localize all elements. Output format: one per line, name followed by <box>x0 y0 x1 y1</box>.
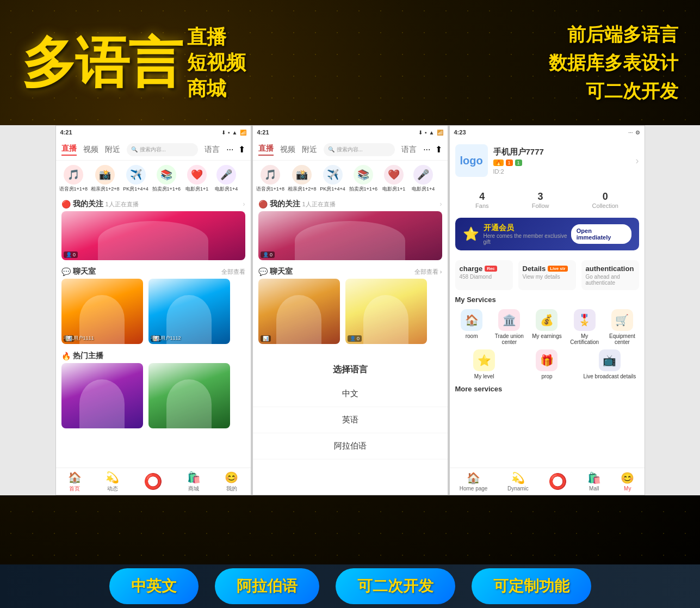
home-label-3: Home page <box>460 486 488 492</box>
profile-arrow[interactable]: › <box>636 155 639 167</box>
btn-custom-func[interactable]: 可定制功能 <box>472 568 591 604</box>
hot-cards-1 <box>56 363 251 431</box>
room-icon: 🏠 <box>461 309 482 331</box>
time-3: 4:23 <box>454 129 466 136</box>
details-card[interactable]: Details Live str View my details <box>518 260 576 290</box>
subtitle-1: 直播 <box>187 25 246 48</box>
room-cat-label-0: 语音房1+1+8 <box>59 186 88 193</box>
btn-arabic-label: 阿拉伯语 <box>237 576 298 597</box>
download-icon: ⬇ <box>221 130 226 136</box>
nav-mine-3[interactable]: 😊 My <box>621 471 634 492</box>
mine-icon-1: 😊 <box>225 471 238 484</box>
phones-container: 4:21 ⬇ ▪ ▲ 📶 直播 视频 附近 🔍 搜索内容... 语言 ··· ⬆ <box>0 125 700 495</box>
btn-chinese[interactable]: 中英文 <box>109 568 199 604</box>
nav-home-1[interactable]: 🏠 首页 <box>68 471 82 493</box>
services-grid: 🏠 room 🏛️ Trade union center 💰 My earnin… <box>455 309 639 345</box>
search-icon-1: 🔍 <box>131 146 138 152</box>
nav-center-1[interactable]: ⭕ <box>144 472 163 490</box>
lang-option-2[interactable]: 阿拉伯语 <box>253 433 448 459</box>
nav-mall-1[interactable]: 🛍️ 商城 <box>187 471 201 493</box>
auth-card[interactable]: authentication Go ahead and authenticate <box>581 260 639 290</box>
follow-card-1[interactable]: 👤 0 <box>61 211 245 260</box>
auth-header: authentication <box>586 265 635 273</box>
member-icon: ⭐ <box>463 226 479 242</box>
nav-video-1[interactable]: 视频 <box>83 145 98 155</box>
home-label-1: 首页 <box>69 485 80 493</box>
nav-home-3[interactable]: 🏠 Home page <box>460 471 488 492</box>
cert-icon: 🎖️ <box>574 309 596 331</box>
follows-header-2: 🔴 我的关注 1人正在直播 › <box>253 197 448 211</box>
nav-live-2: 直播 <box>258 144 274 156</box>
search-placeholder-1: 搜索内容... <box>140 146 166 153</box>
equip-icon: 🛒 <box>611 309 633 331</box>
btn-custom-dev-label: 可二次开发 <box>357 576 433 597</box>
charge-card[interactable]: charge Rec 458 Diamond <box>455 260 513 290</box>
nav-nearby-1[interactable]: 附近 <box>105 145 120 155</box>
room-cat-0[interactable]: 🎵 语音房1+1+8 <box>59 165 88 193</box>
member-banner[interactable]: ⭐ 开通会员 Here comes the member exclusive g… <box>455 218 639 250</box>
nav-mall-3[interactable]: 🛍️ Mall <box>587 471 601 492</box>
lang-option-0[interactable]: 中文 <box>253 381 448 407</box>
feature-1: 前后端多语言 <box>549 22 678 46</box>
battery-icon: ▪ <box>228 130 230 136</box>
room-cat-5[interactable]: 🎤 电影房1+4 <box>213 165 239 193</box>
nav-live-1[interactable]: 直播 <box>61 144 77 156</box>
service-cert[interactable]: 🎖️ My Certification <box>568 309 601 345</box>
lang-option-1[interactable]: 英语 <box>253 407 448 433</box>
lang-title: 选择语言 <box>333 364 368 376</box>
member-texts: 开通会员 Here comes the member exclusive gif… <box>484 223 571 245</box>
hot-card-0[interactable] <box>61 363 143 428</box>
nav-lang-1[interactable]: 语言 <box>205 145 220 155</box>
follows-header-1: 🔴 我的关注 1人正在直播 › <box>56 197 251 211</box>
chat-card-0[interactable]: 📊 手机用户1111 <box>61 279 143 344</box>
collection-label: Collection <box>592 202 618 209</box>
my-services-title: My Services <box>455 296 639 304</box>
room-cat-3[interactable]: 📚 拍卖房1+1+6 <box>152 165 181 193</box>
follows-title-1: 🔴 我的关注 1人正在直播 <box>61 199 139 209</box>
btn-custom-dev[interactable]: 可二次开发 <box>336 568 455 604</box>
service-level[interactable]: ⭐ My level <box>455 349 513 379</box>
cert-label: My Certification <box>568 333 601 345</box>
nav-mine-1[interactable]: 😊 我的 <box>225 471 238 493</box>
service-equip[interactable]: 🛒 Equipment center <box>605 309 639 345</box>
follows-more-1[interactable]: › <box>243 200 245 208</box>
room-cat-label-3: 拍卖房1+1+6 <box>152 186 181 193</box>
room-cat-4[interactable]: ❤️ 电影房1+1 <box>184 165 210 193</box>
service-earnings[interactable]: 💰 My earnings <box>530 309 563 345</box>
nav-dynamic-1[interactable]: 💫 动态 <box>106 471 119 493</box>
hot-card-1[interactable] <box>148 363 230 428</box>
earnings-label: My earnings <box>532 333 561 339</box>
room-cat-1[interactable]: 📸 相亲房1+2+8 <box>91 165 120 193</box>
auth-label: authentication <box>586 265 634 273</box>
room-cat-2[interactable]: ✈️ PK房1+4+4 <box>123 165 149 193</box>
chat-more-1[interactable]: 全部查看 <box>221 268 245 276</box>
service-live-details[interactable]: 📺 Live broadcast details <box>580 349 639 379</box>
btn-arabic[interactable]: 阿拉伯语 <box>215 568 319 604</box>
member-btn[interactable]: Open immediately <box>571 224 631 244</box>
service-room[interactable]: 🏠 room <box>455 309 488 345</box>
dynamic-label-1: 动态 <box>107 485 118 493</box>
details-sub: View my details <box>523 274 572 280</box>
more-icon-2: ··· <box>423 145 430 155</box>
room-label: room <box>466 333 478 339</box>
chat-icon-1: 💬 <box>61 267 71 276</box>
search-box-1[interactable]: 🔍 搜索内容... <box>127 143 199 156</box>
mall-icon-1: 🛍️ <box>187 471 201 484</box>
nav-icons-2: ··· ⬆ <box>423 144 442 155</box>
service-prop[interactable]: 🎁 prop <box>518 349 576 379</box>
nav-dynamic-3[interactable]: 💫 Dynamic <box>507 471 529 492</box>
btn-chinese-label: 中英文 <box>131 576 177 597</box>
upload-icon-1: ⬆ <box>238 144 245 155</box>
services-section: charge Rec 458 Diamond Details Live str … <box>450 255 645 404</box>
subtitle-column: 直播 短视频 商城 <box>187 25 246 100</box>
collection-num: 0 <box>592 191 618 202</box>
nav-center-3[interactable]: ⭕ <box>548 472 567 490</box>
status-icons-3: ··· ⚙ <box>628 130 640 136</box>
chat-card-1[interactable]: 📊 手机用户1112 <box>148 279 230 344</box>
right-features: 前后端多语言 数据库多表设计 可二次开发 <box>549 22 678 103</box>
stat-follow: 3 Follow <box>532 191 549 209</box>
language-overlay: 选择语言 中文 英语 阿拉伯语 <box>253 353 448 495</box>
home-icon-3: 🏠 <box>467 471 480 484</box>
service-trade[interactable]: 🏛️ Trade union center <box>493 309 526 345</box>
search-box-2: 🔍搜索内容... <box>324 143 395 156</box>
